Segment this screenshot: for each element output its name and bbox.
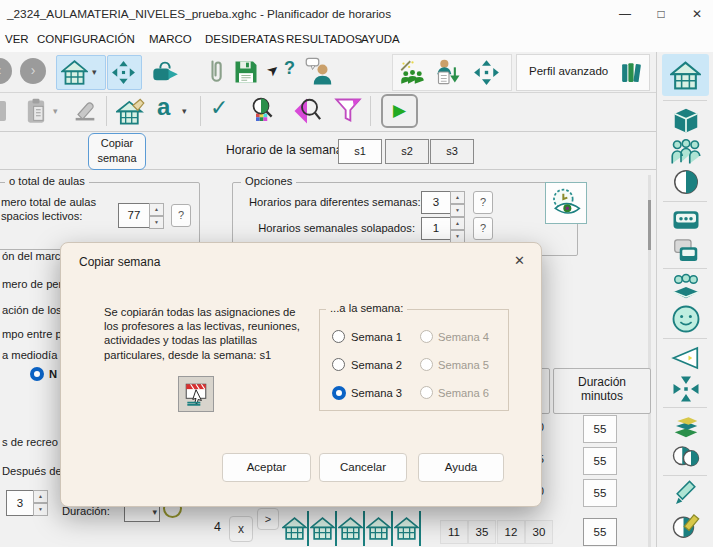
user-assistant-button[interactable] xyxy=(305,56,335,88)
copy-week-button[interactable]: Copiar semana xyxy=(88,133,146,170)
text-label-button[interactable]: a xyxy=(157,93,170,121)
home-view-button[interactable]: ▾ xyxy=(56,55,106,90)
weeks-help-button[interactable]: ? xyxy=(473,191,493,214)
sidebar-item-compact[interactable] xyxy=(671,374,701,404)
cancel-button[interactable]: Cancelar xyxy=(319,453,407,482)
sidebar-item-lessons[interactable] xyxy=(671,411,701,441)
weeks-spinner[interactable]: ▲ ▼ xyxy=(450,191,465,217)
duration-cell[interactable]: 55 xyxy=(583,518,617,546)
scrollbar-thumb[interactable] xyxy=(648,200,651,250)
cut-icon[interactable] xyxy=(0,101,6,121)
spin-up-icon[interactable]: ▲ xyxy=(450,191,465,204)
duration-cell[interactable]: 55 xyxy=(583,447,617,475)
vertical-scrollbar[interactable] xyxy=(648,175,651,547)
radio-label-semana-2[interactable]: Semana 2 xyxy=(351,359,402,371)
paste-button[interactable] xyxy=(22,97,50,125)
search-highlight-button[interactable] xyxy=(292,96,322,126)
copy-week-icon-button[interactable] xyxy=(178,376,214,412)
tab-s2[interactable]: s2 xyxy=(385,139,429,164)
spin-up-icon[interactable]: ▲ xyxy=(450,217,465,230)
distribute-button[interactable] xyxy=(473,59,500,86)
save-button[interactable] xyxy=(232,58,260,86)
menu-configuracion[interactable]: CONFIGURACIÓN xyxy=(37,33,135,45)
accept-button[interactable]: Aceptar xyxy=(222,453,311,482)
left-spinner-field[interactable]: 3 xyxy=(6,490,34,516)
classroom-column-button[interactable] xyxy=(337,511,365,546)
spin-down-icon[interactable]: ▼ xyxy=(149,216,164,229)
minimize-button[interactable]: — xyxy=(608,0,642,28)
duration-cell[interactable]: 55 xyxy=(583,415,617,443)
aulas-count-field[interactable]: 77 xyxy=(118,203,150,228)
tab-s1[interactable]: s1 xyxy=(338,139,382,164)
classroom-column-button[interactable] xyxy=(393,511,421,546)
sidebar-item-markers[interactable] xyxy=(671,343,701,373)
dialog-close-icon[interactable]: ✕ xyxy=(514,253,525,268)
paste-dropdown-icon[interactable]: ▾ xyxy=(53,106,58,116)
menu-marco[interactable]: MARCO xyxy=(149,33,192,45)
panel-toggle-button[interactable] xyxy=(107,55,142,90)
time-cell-hour-end[interactable]: 12 xyxy=(497,520,525,544)
close-button[interactable]: ✕ xyxy=(680,0,713,28)
sidebar-item-edit[interactable] xyxy=(671,479,701,509)
filter-button[interactable] xyxy=(334,96,362,124)
menu-desideratas[interactable]: DESIDERATAS xyxy=(205,33,284,45)
sidebar-item-classroom-sets[interactable] xyxy=(671,236,701,266)
erase-button[interactable] xyxy=(70,97,100,125)
overlap-help-button[interactable]: ? xyxy=(473,217,493,240)
sidebar-item-teachers[interactable] xyxy=(671,167,701,197)
classroom-column-button[interactable] xyxy=(365,511,393,546)
sidebar-item-groups[interactable] xyxy=(671,136,701,166)
view-times-button[interactable] xyxy=(545,182,587,224)
chevron-down-icon[interactable]: ▾ xyxy=(92,67,97,77)
auto-assign-button[interactable] xyxy=(399,59,426,86)
expand-row-button[interactable]: > xyxy=(257,508,279,530)
duration-cell[interactable]: 55 xyxy=(583,479,617,507)
time-cell-min-end[interactable]: 30 xyxy=(525,520,553,544)
overlap-count-field[interactable]: 1 xyxy=(421,217,451,240)
letter-dropdown-icon[interactable]: ▾ xyxy=(182,106,187,116)
time-cell-min-start[interactable]: 35 xyxy=(468,520,496,544)
export-bag-button[interactable] xyxy=(150,58,180,86)
maximize-button[interactable]: □ xyxy=(644,0,678,28)
tab-s3[interactable]: s3 xyxy=(430,139,474,164)
aulas-help-button[interactable]: ? xyxy=(171,204,191,227)
left-radio-n[interactable] xyxy=(30,367,44,381)
radio-label-semana-1[interactable]: Semana 1 xyxy=(351,331,402,343)
spin-down-icon[interactable]: ▼ xyxy=(450,204,465,217)
classroom-column-button[interactable] xyxy=(309,511,337,546)
delete-row-button[interactable]: x xyxy=(229,516,253,542)
context-help-button[interactable]: ➤ ? xyxy=(267,58,301,86)
back-button[interactable]: ‹ xyxy=(0,58,12,84)
left-spinner[interactable]: ▲ ▼ xyxy=(33,490,48,516)
weeks-count-field[interactable]: 3 xyxy=(421,191,451,214)
perfil-avanzado-button[interactable]: Perfil avanzado xyxy=(516,54,650,91)
aulas-spinner[interactable]: ▲ ▼ xyxy=(149,203,164,229)
assign-classroom-button[interactable] xyxy=(116,97,145,126)
sidebar-item-home[interactable] xyxy=(662,54,709,96)
time-cell-hour-start[interactable]: 11 xyxy=(440,520,468,544)
sidebar-item-meetings[interactable] xyxy=(671,442,701,472)
forward-button[interactable]: › xyxy=(20,58,46,84)
run-button[interactable]: ▶ xyxy=(381,94,418,128)
radio-semana-3[interactable] xyxy=(332,386,346,400)
sidebar-item-classrooms[interactable] xyxy=(671,205,701,235)
import-person-button[interactable] xyxy=(435,58,463,86)
spin-up-icon[interactable]: ▲ xyxy=(33,490,48,503)
spin-up-icon[interactable]: ▲ xyxy=(149,203,164,216)
spin-down-icon[interactable]: ▼ xyxy=(33,503,48,516)
sidebar-item-preferences[interactable] xyxy=(671,304,701,334)
sidebar-item-group-subjects[interactable] xyxy=(671,272,701,302)
sidebar-item-edit-teacher[interactable] xyxy=(671,511,701,541)
classroom-column-button[interactable] xyxy=(281,511,309,546)
attach-button[interactable] xyxy=(202,57,230,87)
radio-label-semana-3[interactable]: Semana 3 xyxy=(351,387,402,399)
radio-semana-2[interactable] xyxy=(332,358,345,371)
inspect-colors-button[interactable] xyxy=(246,96,276,126)
help-button[interactable]: Ayuda xyxy=(418,453,504,482)
menu-ver[interactable]: VER xyxy=(5,33,29,45)
overlap-spinner[interactable]: ▲ ▼ xyxy=(450,217,465,243)
radio-semana-1[interactable] xyxy=(332,330,345,343)
validate-button[interactable]: ✓ xyxy=(210,95,228,121)
menu-ayuda[interactable]: AYUDA xyxy=(361,33,400,45)
menu-resultados[interactable]: RESULTADOS xyxy=(286,33,362,45)
